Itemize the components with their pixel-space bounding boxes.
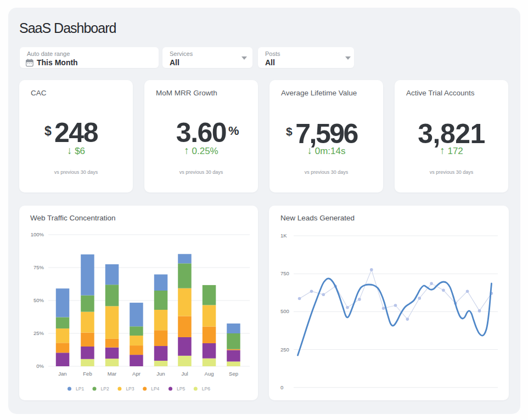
svg-text:Jan: Jan: [58, 371, 66, 377]
svg-text:LP4: LP4: [151, 386, 159, 391]
svg-text:LP2: LP2: [101, 386, 109, 391]
svg-text:50%: 50%: [33, 297, 44, 303]
svg-text:500: 500: [280, 308, 289, 314]
svg-text:0%: 0%: [36, 363, 44, 369]
svg-text:75%: 75%: [33, 264, 44, 270]
svg-text:250: 250: [280, 347, 289, 353]
svg-text:Mar: Mar: [108, 371, 116, 377]
svg-text:LP6: LP6: [202, 386, 210, 391]
svg-text:Feb: Feb: [83, 371, 92, 377]
svg-text:Jun: Jun: [156, 371, 165, 377]
svg-text:Apr: Apr: [132, 371, 141, 377]
svg-text:750: 750: [280, 270, 289, 276]
svg-text:0: 0: [280, 384, 283, 390]
svg-text:100%: 100%: [31, 231, 44, 237]
svg-text:LP5: LP5: [177, 386, 185, 391]
svg-text:Jul: Jul: [181, 371, 188, 377]
svg-text:LP1: LP1: [76, 386, 84, 391]
svg-text:Sep: Sep: [229, 371, 238, 377]
svg-text:Aug: Aug: [205, 371, 214, 377]
svg-text:LP3: LP3: [126, 386, 134, 391]
svg-text:25%: 25%: [33, 330, 44, 336]
svg-text:1K: 1K: [280, 232, 287, 239]
